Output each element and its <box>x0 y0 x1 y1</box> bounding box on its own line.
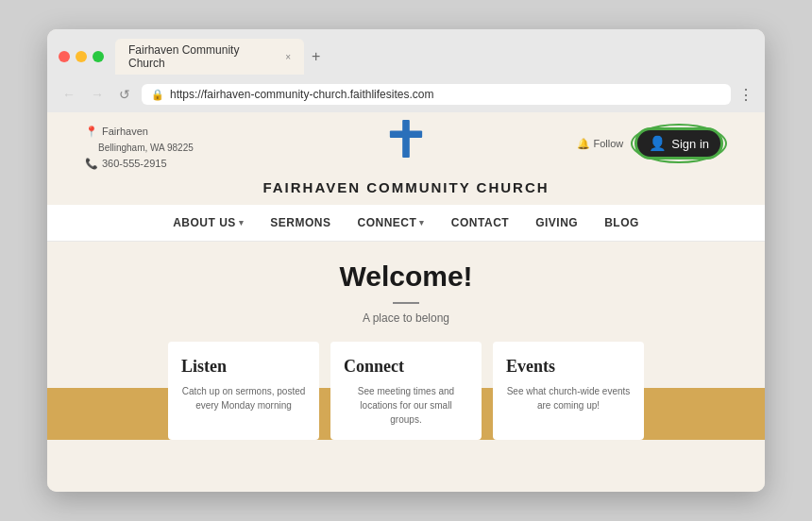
card-title-events: Events <box>506 357 631 377</box>
welcome-subtitle: A place to belong <box>363 311 449 325</box>
card-title-connect: Connect <box>344 357 468 377</box>
sign-in-label: Sign in <box>671 137 709 151</box>
tab-label: Fairhaven Community Church <box>128 43 278 70</box>
sign-in-ring: 👤 Sign in <box>631 124 727 163</box>
site-main: Welcome! A place to belong Listen Catch … <box>47 242 765 492</box>
city-name: Fairhaven <box>102 124 148 141</box>
nav-label-connect: CONNECT <box>358 216 417 229</box>
cards-section: Listen Catch up on sermons, posted every… <box>47 342 765 440</box>
site-nav: ABOUT US ▾ SERMONS CONNECT ▾ CONTACT GIV… <box>47 205 765 242</box>
browser-window: Fairhaven Community Church × + ← → ↺ 🔒 h… <box>47 29 765 492</box>
more-menu-button[interactable]: ⋮ <box>738 86 753 104</box>
phone-icon: 📞 <box>85 156 98 173</box>
address-bar-row: ← → ↺ 🔒 https://fairhaven-community-chur… <box>47 80 765 112</box>
follow-button[interactable]: 🔔 Follow <box>577 138 623 150</box>
site-header: 📍 Fairhaven Bellingham, WA 98225 📞 360-5… <box>47 112 765 205</box>
nav-item-connect[interactable]: CONNECT ▾ <box>358 216 425 229</box>
lock-icon: 🔒 <box>151 89 164 101</box>
fullscreen-button[interactable] <box>93 51 104 62</box>
church-info: 📍 Fairhaven Bellingham, WA 98225 📞 360-5… <box>85 124 194 172</box>
chevron-down-icon: ▾ <box>239 218 245 227</box>
follow-label: Follow <box>593 138 623 149</box>
sign-in-area: 🔔 Follow 👤 Sign in <box>577 124 727 163</box>
svg-rect-0 <box>402 120 410 158</box>
nav-label-blog: BLOG <box>604 216 639 229</box>
refresh-button[interactable]: ↺ <box>115 85 134 104</box>
nav-label-about: ABOUT US <box>173 216 236 229</box>
svg-rect-1 <box>390 130 422 138</box>
sign-in-button[interactable]: 👤 Sign in <box>634 127 723 160</box>
active-tab[interactable]: Fairhaven Community Church × <box>115 39 304 75</box>
card-title-listen: Listen <box>181 357 306 377</box>
user-icon: 👤 <box>649 135 667 152</box>
nav-item-contact[interactable]: CONTACT <box>451 216 509 229</box>
card-text-listen: Catch up on sermons, posted every Monday… <box>181 384 306 412</box>
phone-line: 📞 360-555-2915 <box>85 156 194 173</box>
phone-number: 360-555-2915 <box>102 156 167 173</box>
welcome-divider <box>393 302 419 304</box>
church-title: FAIRHAVEN COMMUNITY CHURCH <box>85 179 727 195</box>
card-text-connect: See meeting times and locations for our … <box>344 384 468 427</box>
nav-item-sermons[interactable]: SERMONS <box>270 216 330 229</box>
nav-item-about[interactable]: ABOUT US ▾ <box>173 216 244 229</box>
card-listen[interactable]: Listen Catch up on sermons, posted every… <box>168 342 319 440</box>
card-events[interactable]: Events See what church-wide events are c… <box>493 342 644 440</box>
close-button[interactable] <box>59 51 70 62</box>
traffic-lights <box>59 51 104 62</box>
title-bar: Fairhaven Community Church × + <box>47 29 765 80</box>
welcome-title: Welcome! <box>339 260 472 293</box>
cross-logo <box>389 120 423 161</box>
url-text: https://fairhaven-community-church.faith… <box>170 88 433 101</box>
tab-bar: Fairhaven Community Church × + <box>115 39 753 75</box>
card-text-events: See what church-wide events are coming u… <box>506 384 631 412</box>
header-top: 📍 Fairhaven Bellingham, WA 98225 📞 360-5… <box>85 124 727 172</box>
nav-label-sermons: SERMONS <box>270 216 330 229</box>
forward-button[interactable]: → <box>87 85 108 104</box>
new-tab-button[interactable]: + <box>308 48 324 65</box>
address-bar[interactable]: 🔒 https://fairhaven-community-church.fai… <box>142 84 731 105</box>
state-zip: Bellingham, WA 98225 <box>85 141 194 156</box>
nav-item-blog[interactable]: BLOG <box>604 216 639 229</box>
bell-icon: 🔔 <box>577 138 590 150</box>
browser-chrome: Fairhaven Community Church × + ← → ↺ 🔒 h… <box>47 29 765 112</box>
website-content: 📍 Fairhaven Bellingham, WA 98225 📞 360-5… <box>47 112 765 492</box>
nav-label-giving: GIVING <box>535 216 578 229</box>
nav-item-giving[interactable]: GIVING <box>535 216 578 229</box>
chevron-down-icon-connect: ▾ <box>419 218 425 227</box>
minimize-button[interactable] <box>76 51 87 62</box>
card-connect[interactable]: Connect See meeting times and locations … <box>330 342 482 440</box>
location-icon: 📍 <box>85 124 98 141</box>
tab-close-icon[interactable]: × <box>285 52 291 62</box>
nav-label-contact: CONTACT <box>451 216 509 229</box>
location-line: 📍 Fairhaven <box>85 124 194 141</box>
back-button[interactable]: ← <box>59 85 79 104</box>
